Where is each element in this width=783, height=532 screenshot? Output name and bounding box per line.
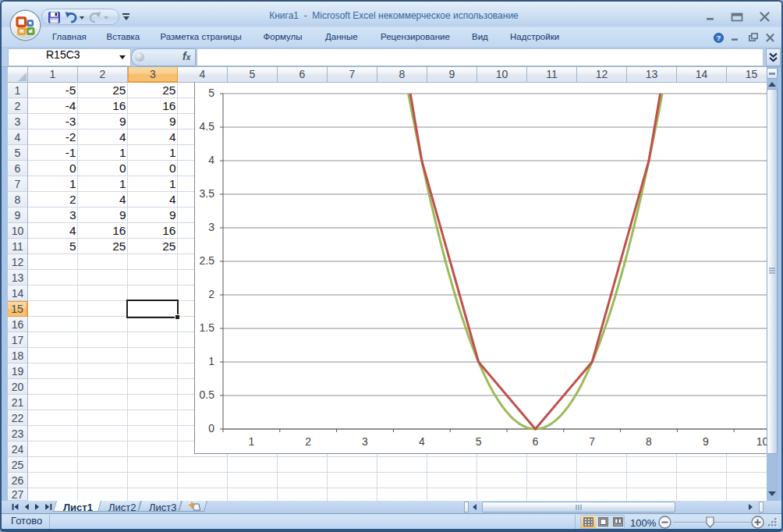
svg-text:8: 8	[646, 435, 652, 448]
svg-text:2.5: 2.5	[200, 254, 215, 267]
svg-text:0: 0	[208, 422, 214, 434]
svg-text:1.5: 1.5	[200, 321, 215, 334]
svg-text:3: 3	[208, 221, 214, 233]
svg-text:4: 4	[208, 154, 214, 166]
svg-text:5: 5	[476, 435, 482, 448]
svg-text:3.5: 3.5	[200, 187, 215, 200]
svg-text:3: 3	[362, 435, 368, 448]
svg-text:6: 6	[533, 435, 539, 448]
svg-text:?: ?	[717, 34, 721, 42]
svg-text:4.5: 4.5	[200, 120, 215, 133]
svg-text:2: 2	[208, 288, 214, 300]
svg-text:5: 5	[208, 87, 214, 99]
svg-text:1: 1	[249, 435, 255, 448]
svg-text:1: 1	[208, 355, 214, 367]
svg-text:9: 9	[703, 435, 709, 448]
svg-text:0.5: 0.5	[200, 388, 215, 401]
svg-text:2: 2	[305, 435, 311, 448]
svg-text:4: 4	[419, 435, 425, 448]
svg-text:10: 10	[756, 435, 767, 448]
svg-text:7: 7	[589, 435, 595, 448]
